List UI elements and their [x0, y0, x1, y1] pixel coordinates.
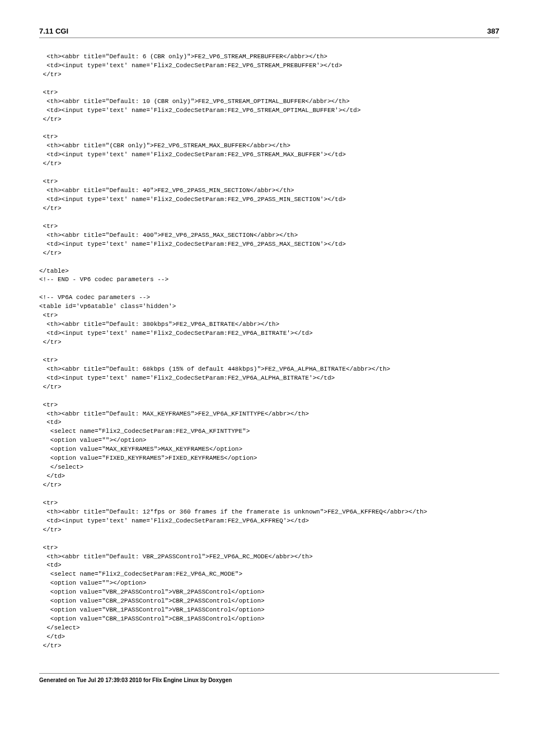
page-header: 7.11 CGI 387 — [39, 27, 499, 38]
page: 7.11 CGI 387 <th><abbr title="Default: 6… — [0, 0, 534, 706]
code-block: <th><abbr title="Default: 6 (CBR only)">… — [39, 53, 499, 651]
header-page-number: 387 — [487, 27, 499, 35]
page-footer: Generated on Tue Jul 20 17:39:03 2010 fo… — [39, 673, 499, 683]
header-section: 7.11 CGI — [39, 27, 68, 35]
